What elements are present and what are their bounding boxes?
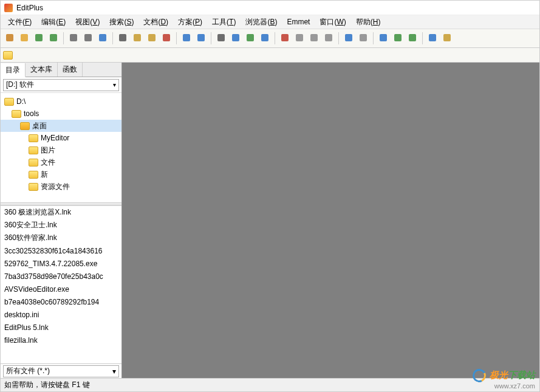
split-vertical-button[interactable] <box>406 32 419 45</box>
file-row[interactable]: 360软件管家.lnk <box>1 232 121 244</box>
save-all-button[interactable] <box>47 32 60 45</box>
tree-node[interactable]: 图片 <box>1 144 121 156</box>
font-small-button[interactable] <box>293 32 306 45</box>
copy-button[interactable] <box>131 32 144 45</box>
find-icon <box>216 33 226 44</box>
cut-icon <box>118 33 128 44</box>
file-row[interactable]: AVSVideoEditor.exe <box>1 283 121 295</box>
drive-select-value: [D:] 软件 <box>6 80 34 90</box>
menu-W[interactable]: 窗口(W) <box>315 16 350 29</box>
toolbar-separator <box>275 32 275 44</box>
ruler-button[interactable] <box>322 32 335 45</box>
customize-button[interactable] <box>440 32 454 45</box>
toolbar-separator <box>176 32 177 44</box>
file-row[interactable]: 3cc302532830f61c4a1843616 <box>1 244 121 257</box>
svg-rect-14 <box>232 34 239 41</box>
svg-rect-23 <box>380 34 387 41</box>
svg-rect-18 <box>296 34 303 41</box>
replace-button[interactable] <box>244 32 257 45</box>
undo-button[interactable] <box>180 32 193 45</box>
split-horizontal-icon <box>393 33 403 44</box>
file-row[interactable]: EditPlus 5.lnk <box>1 321 121 334</box>
cut-button[interactable] <box>116 32 129 45</box>
tree-node[interactable]: 新 <box>1 168 121 181</box>
app-title: EditPlus <box>16 4 43 12</box>
tree-node-label: 资源文件 <box>41 182 70 192</box>
replace-icon <box>245 33 255 44</box>
tree-node[interactable]: D:\ <box>1 95 121 108</box>
app-logo-icon <box>4 4 13 12</box>
side-tab-0[interactable]: 目录 <box>1 63 26 77</box>
print-button[interactable] <box>67 32 80 45</box>
file-list[interactable]: 360 极速浏览器X.lnk360安全卫士.lnk360软件管家.lnk3cc3… <box>1 205 121 363</box>
redo-button[interactable] <box>194 32 208 45</box>
file-filter-select[interactable]: 所有文件 (*.*) ▾ <box>3 365 119 377</box>
file-row[interactable]: 7ba3d3758d98e70fe25b43a0c <box>1 270 121 283</box>
folder-icon <box>29 183 38 191</box>
go-to-line-button[interactable] <box>258 32 272 45</box>
file-row[interactable]: 360 极速浏览器X.lnk <box>1 206 121 219</box>
help-pointer-icon <box>428 33 437 44</box>
file-row[interactable]: b7ea4038e0c60789292fb194 <box>1 295 121 308</box>
file-row[interactable]: filezilla.lnk <box>1 334 121 346</box>
folder-tree[interactable]: D:\tools桌面MyEditor图片文件新资源文件 <box>1 93 121 202</box>
new-file-button[interactable] <box>3 32 16 45</box>
tree-node[interactable]: tools <box>1 108 121 120</box>
split-horizontal-button[interactable] <box>391 32 405 45</box>
browser-button[interactable] <box>377 32 390 45</box>
find-button[interactable] <box>214 32 228 45</box>
tree-node[interactable]: 桌面 <box>1 120 121 132</box>
menu-B[interactable]: 浏览器(B) <box>241 16 282 29</box>
side-tab-2[interactable]: 函数 <box>58 63 83 77</box>
menu-E[interactable]: 编辑(E) <box>36 16 70 29</box>
menu-F[interactable]: 文件(F) <box>3 16 36 29</box>
svg-rect-15 <box>247 34 254 41</box>
toolbar-separator <box>373 32 374 44</box>
svg-rect-13 <box>217 34 225 41</box>
menu-S[interactable]: 搜索(S) <box>104 16 138 29</box>
word-wrap-icon <box>309 33 319 44</box>
spell-check-button[interactable] <box>342 32 355 45</box>
delete-button[interactable] <box>160 32 173 45</box>
svg-rect-12 <box>197 34 205 41</box>
svg-rect-27 <box>443 34 451 41</box>
tree-node[interactable]: 文件 <box>1 156 121 168</box>
menu-Emmet[interactable]: Emmet <box>282 16 315 27</box>
drive-select[interactable]: [D:] 软件 ▾ <box>3 79 119 91</box>
svg-rect-6 <box>99 34 106 41</box>
refresh-button[interactable] <box>96 32 109 45</box>
svg-rect-20 <box>325 34 332 41</box>
menu-V[interactable]: 视图(V) <box>70 16 104 29</box>
menu-P[interactable]: 方案(P) <box>173 16 207 29</box>
settings-button[interactable] <box>357 32 370 45</box>
paste-button[interactable] <box>145 32 159 45</box>
drive-selector-row: [D:] 软件 ▾ <box>1 77 121 93</box>
tree-node-label: 图片 <box>41 145 55 156</box>
help-pointer-button[interactable] <box>426 32 439 45</box>
svg-rect-16 <box>261 34 268 41</box>
tree-node[interactable]: 资源文件 <box>1 181 121 193</box>
word-wrap-button[interactable] <box>307 32 321 45</box>
file-row[interactable]: desktop.ini <box>1 308 121 321</box>
tree-node-label: tools <box>24 109 39 118</box>
font-large-button[interactable] <box>278 32 292 45</box>
svg-rect-19 <box>310 34 318 41</box>
save-button[interactable] <box>32 32 46 45</box>
side-tab-1[interactable]: 文本库 <box>26 63 58 77</box>
svg-rect-9 <box>148 34 156 41</box>
find-next-button[interactable] <box>229 32 242 45</box>
folder-icon <box>29 134 38 142</box>
customize-icon <box>442 33 452 44</box>
menu-T[interactable]: 工具(T) <box>207 16 241 29</box>
open-file-button[interactable] <box>18 32 31 45</box>
tree-node-label: 新 <box>41 170 48 180</box>
menu-D[interactable]: 文档(D) <box>138 16 173 29</box>
toolbar-separator <box>422 32 423 44</box>
toolbar-separator <box>338 32 339 44</box>
tree-node[interactable]: MyEditor <box>1 132 121 144</box>
file-row[interactable]: 360安全卫士.lnk <box>1 219 121 232</box>
print-preview-button[interactable] <box>81 32 95 45</box>
file-row[interactable]: 529762_TIM3.4.7.22085.exe <box>1 257 121 270</box>
menu-H[interactable]: 帮助(H) <box>351 16 386 29</box>
browser-icon <box>378 33 388 44</box>
